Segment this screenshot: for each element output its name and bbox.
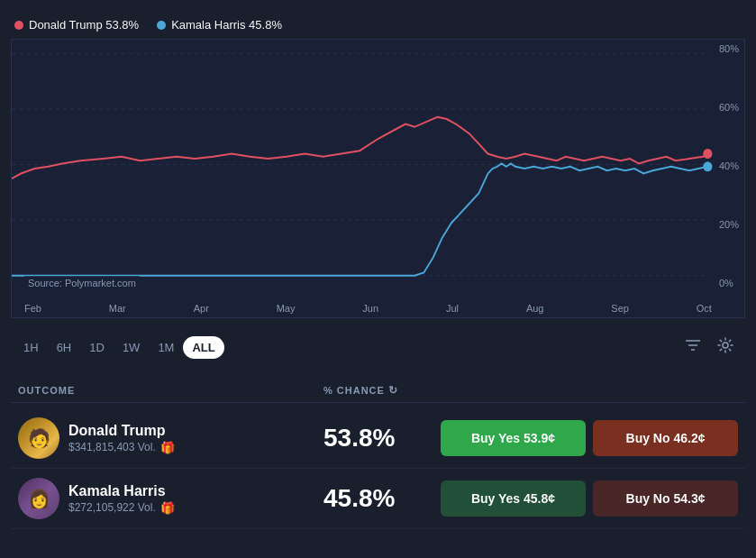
trump-actions: Buy Yes 53.9¢ Buy No 46.2¢ xyxy=(441,420,738,456)
chart-legend: Donald Trump 53.8% Kamala Harris 45.8% xyxy=(11,11,745,39)
trump-pct: 53.8% xyxy=(323,424,441,453)
trump-avatar: 🧑 xyxy=(18,417,59,459)
svg-point-6 xyxy=(703,161,712,171)
harris-info: 👩 Kamala Harris $272,105,922 Vol. 🎁 xyxy=(18,478,323,519)
harris-avatar: 👩 xyxy=(18,478,59,519)
harris-actions: Buy Yes 45.8¢ Buy No 54.3¢ xyxy=(441,480,738,517)
btn-all[interactable]: ALL xyxy=(183,336,223,359)
y-label-80: 80% xyxy=(719,43,739,54)
harris-outcome-row: 👩 Kamala Harris $272,105,922 Vol. 🎁 45.8… xyxy=(11,469,745,529)
trump-dot xyxy=(14,21,23,30)
harris-dot xyxy=(157,21,166,30)
x-label-jun: Jun xyxy=(362,303,378,314)
x-axis: Feb Mar Apr May Jun Jul Aug Sep Oct xyxy=(24,303,712,314)
svg-point-10 xyxy=(723,343,728,348)
trump-details: Donald Trump $341,815,403 Vol. 🎁 xyxy=(68,423,175,454)
harris-buy-yes-btn[interactable]: Buy Yes 45.8¢ xyxy=(441,480,586,517)
harris-details: Kamala Harris $272,105,922 Vol. 🎁 xyxy=(68,483,175,515)
y-label-60: 60% xyxy=(719,102,739,113)
legend-harris: Kamala Harris 45.8% xyxy=(157,18,282,32)
settings-icon-btn[interactable] xyxy=(709,333,742,362)
main-container: Donald Trump 53.8% Kamala Harris 45.8% xyxy=(0,0,756,540)
trump-gift-icon[interactable]: 🎁 xyxy=(160,441,175,454)
y-label-0: 0% xyxy=(719,278,739,288)
trump-legend-label: Donald Trump 53.8% xyxy=(29,18,139,32)
harris-pct: 45.8% xyxy=(323,484,441,513)
x-label-feb: Feb xyxy=(24,303,41,314)
harris-gift-icon[interactable]: 🎁 xyxy=(160,501,175,515)
x-label-may: May xyxy=(277,303,296,314)
x-label-sep: Sep xyxy=(611,303,629,314)
trump-buy-yes-btn[interactable]: Buy Yes 53.9¢ xyxy=(441,420,586,456)
x-label-apr: Apr xyxy=(194,303,209,314)
harris-volume: $272,105,922 Vol. 🎁 xyxy=(68,501,175,515)
harris-legend-label: Kamala Harris 45.8% xyxy=(171,18,282,32)
svg-point-5 xyxy=(703,149,712,159)
btn-1h[interactable]: 1H xyxy=(14,336,48,359)
btn-1w[interactable]: 1W xyxy=(114,336,150,359)
filter-icon-btn[interactable] xyxy=(677,333,709,362)
outcome-col-header: OUTCOME xyxy=(18,385,323,396)
x-label-mar: Mar xyxy=(109,303,126,314)
trump-outcome-row: 🧑 Donald Trump $341,815,403 Vol. 🎁 53.8%… xyxy=(11,408,745,469)
y-label-40: 40% xyxy=(719,160,739,171)
trump-info: 🧑 Donald Trump $341,815,403 Vol. 🎁 xyxy=(18,417,323,459)
y-axis: 80% 60% 40% 20% 0% xyxy=(719,40,739,292)
trump-buy-no-btn[interactable]: Buy No 46.2¢ xyxy=(593,420,738,456)
chart-source: Source: Polymarket.com xyxy=(24,276,140,290)
trump-volume: $341,815,403 Vol. 🎁 xyxy=(68,441,175,454)
trump-name: Donald Trump xyxy=(68,423,175,439)
harris-name: Kamala Harris xyxy=(68,483,175,499)
x-label-oct: Oct xyxy=(697,303,712,314)
time-controls: 1H 6H 1D 1W 1M ALL xyxy=(11,327,745,368)
harris-buy-no-btn[interactable]: Buy No 54.3¢ xyxy=(593,480,738,517)
btn-1d[interactable]: 1D xyxy=(80,336,114,359)
chart-area: 80% 60% 40% 20% 0% Source: Polymarket.co… xyxy=(11,39,745,318)
refresh-icon[interactable]: ↻ xyxy=(388,384,398,397)
chance-col-header: % CHANCE ↻ xyxy=(323,384,441,397)
x-label-aug: Aug xyxy=(526,303,544,314)
btn-6h[interactable]: 6H xyxy=(48,336,81,359)
y-label-20: 20% xyxy=(719,219,739,230)
x-label-jul: Jul xyxy=(446,303,459,314)
outcomes-header: OUTCOME % CHANCE ↻ xyxy=(11,379,745,403)
legend-trump: Donald Trump 53.8% xyxy=(14,18,139,32)
btn-1m[interactable]: 1M xyxy=(149,336,183,359)
